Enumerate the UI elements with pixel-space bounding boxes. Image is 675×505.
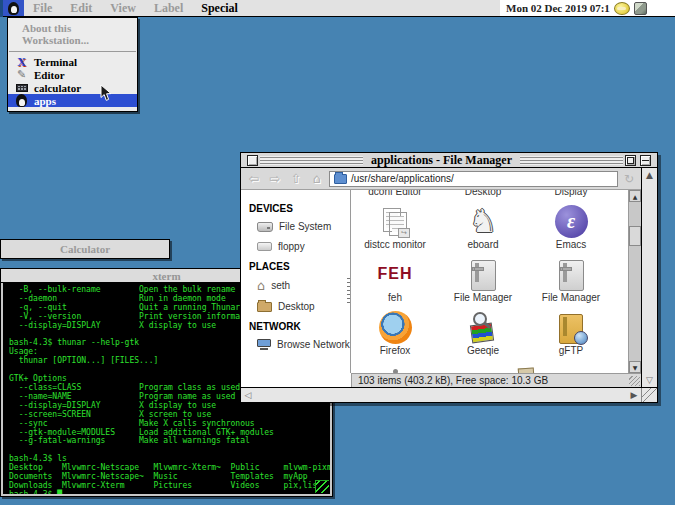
feh-logo-icon: FEH <box>378 265 413 283</box>
icon-label[interactable]: Display <box>527 190 615 198</box>
menubar: File Edit View Label Special Mon 02 Dec … <box>0 0 675 17</box>
forward-button[interactable]: ⇨ <box>266 170 284 187</box>
menu-item-calculator[interactable]: calculator <box>8 81 137 94</box>
folder-icon <box>257 302 272 312</box>
app-item-file-manager-2[interactable]: File Manager <box>527 254 615 307</box>
menu-item-about-workstation[interactable]: About this Workstation... <box>8 21 137 48</box>
sidebar-item-floppy[interactable]: floppy <box>257 241 350 252</box>
documents-icon: ↪ <box>380 208 410 238</box>
sidebar-heading-places: PLACES <box>249 261 350 272</box>
editor-pencil-icon: ✎ <box>15 68 28 81</box>
view-scrollbar[interactable]: ▲ ▼ <box>628 190 641 373</box>
app-item-emacs[interactable]: ε Emacs <box>527 201 615 254</box>
xterm-resize-grip[interactable] <box>315 480 329 493</box>
window-resize-grip[interactable] <box>641 388 657 402</box>
path-bar[interactable]: /usr/share/applications/ <box>329 171 618 187</box>
frame-horizontal-scrollbar[interactable]: ◁ ▶ <box>241 387 657 402</box>
frame-vscroll-track[interactable] <box>642 182 657 373</box>
icon-label: feh <box>388 291 402 304</box>
scrollbar-thumb[interactable] <box>629 226 641 246</box>
menu-special[interactable]: Special <box>192 0 247 16</box>
window-title: xterm <box>152 270 180 282</box>
menu-label[interactable]: Label <box>145 0 192 16</box>
frame-hscroll-track[interactable] <box>255 388 627 402</box>
frame-scroll-right-icon[interactable]: ▶ <box>627 388 641 402</box>
menu-separator <box>9 51 136 52</box>
partial-icon-row: dconf Editor Desktop Display <box>351 190 628 199</box>
icon-label: Emacs <box>556 238 587 251</box>
sidebar-item-label: File System <box>279 221 331 232</box>
scroll-down-icon[interactable]: ▼ <box>629 361 641 373</box>
firefox-icon <box>379 311 412 344</box>
back-button[interactable]: ⇦ <box>245 170 263 187</box>
icon-view[interactable]: dconf Editor Desktop Display ↪ distcc mo… <box>351 190 628 373</box>
scroll-up-icon[interactable]: ▲ <box>629 190 641 202</box>
frame-scroll-left-icon[interactable]: ◁ <box>241 388 255 402</box>
zoom-box[interactable] <box>625 155 636 166</box>
window-title: applications - File Manager <box>363 153 520 167</box>
file-manager-toolbar: ⇦ ⇨ ⇧ ⌂ /usr/share/applications/ ↻ <box>241 168 641 190</box>
photo-applet-icon[interactable] <box>634 2 647 15</box>
app-item-file-manager-1[interactable]: File Manager <box>439 254 527 307</box>
menu-view[interactable]: View <box>101 0 145 16</box>
icon-label: Firefox <box>380 344 411 357</box>
scrollbar-track[interactable] <box>629 202 641 361</box>
frame-scroll-down-icon[interactable]: ▽ <box>642 373 657 387</box>
harddrive-icon <box>257 222 273 232</box>
menu-item-editor[interactable]: ✎ Editor <box>8 68 137 81</box>
sidebar-item-file-system[interactable]: File System <box>257 221 350 232</box>
icon-label: Geeqie <box>467 344 499 357</box>
clock-text: Mon 02 Dec 2019 07:1 <box>506 2 610 14</box>
sidebar-item-label: Desktop <box>278 301 315 312</box>
status-text: 103 items (403.2 kB), Free space: 10.3 G… <box>352 373 641 387</box>
apple-menu-button[interactable] <box>3 0 24 16</box>
menu-file[interactable]: File <box>24 0 61 16</box>
home-button[interactable]: ⌂ <box>308 170 326 187</box>
icon-label: distcc monitor <box>364 238 426 251</box>
close-box[interactable] <box>247 155 258 166</box>
up-button[interactable]: ⇧ <box>287 170 305 187</box>
yellow-badge-icon[interactable] <box>614 2 630 15</box>
shade-box[interactable] <box>640 155 651 166</box>
sidebar-item-label: Browse Network <box>277 339 350 350</box>
app-item-eboard[interactable]: ♞ eboard <box>439 201 527 254</box>
icon-label[interactable]: dconf Editor <box>351 190 439 198</box>
gftp-cabinet-globe-icon <box>559 314 583 344</box>
menu-item-label: apps <box>34 95 56 107</box>
sidebar-item-label: seth <box>271 280 290 291</box>
menu-item-label: Editor <box>34 69 65 81</box>
frame-scroll-up-icon[interactable]: ▲ <box>642 168 657 182</box>
file-manager-window: applications - File Manager ⇦ ⇨ ⇧ ⌂ /usr… <box>240 152 658 403</box>
menu-edit[interactable]: Edit <box>61 0 101 16</box>
menu-item-terminal[interactable]: X Terminal <box>8 55 137 68</box>
frame-vertical-scrollbar[interactable]: ▲ ▽ <box>642 168 657 387</box>
pane-resize-handle[interactable] <box>347 278 350 306</box>
tux-icon <box>8 2 19 15</box>
menu-item-apps[interactable]: apps <box>8 94 137 107</box>
app-item-distcc-monitor[interactable]: ↪ distcc monitor <box>351 201 439 254</box>
home-icon: ⌂ <box>257 279 265 292</box>
sidebar-item-desktop[interactable]: Desktop <box>257 301 350 312</box>
app-item-firefox[interactable]: Firefox <box>351 307 439 362</box>
sidebar-item-label: floppy <box>278 241 305 252</box>
sidebar-item-browse-network[interactable]: Browse Network <box>257 339 350 350</box>
icon-label[interactable]: Desktop <box>439 190 527 198</box>
refresh-icon[interactable]: ↻ <box>621 172 637 186</box>
menu-item-label: calculator <box>34 82 81 94</box>
icon-label: File Manager <box>454 291 512 304</box>
menu-item-label: Terminal <box>34 56 77 68</box>
app-item-gftp[interactable]: gFTP <box>527 307 615 362</box>
app-item-feh[interactable]: FEH feh <box>351 254 439 307</box>
path-text: /usr/share/applications/ <box>351 173 454 184</box>
network-icon <box>257 339 271 350</box>
file-manager-titlebar[interactable]: applications - File Manager <box>241 153 657 168</box>
calculator-window-titlebar[interactable]: Calculator <box>0 239 170 259</box>
sidebar-heading-devices: DEVICES <box>249 203 350 214</box>
file-manager-sidebar: DEVICES File System floppy PLACES ⌂ s <box>241 190 351 373</box>
status-resize-grip[interactable] <box>629 376 640 386</box>
sidebar-item-seth[interactable]: ⌂ seth <box>257 279 350 292</box>
tux-icon <box>15 94 28 107</box>
chess-knight-icon: ♞ <box>469 204 498 238</box>
app-item-geeqie[interactable]: Geeqie <box>439 307 527 362</box>
floppy-icon <box>257 242 272 251</box>
